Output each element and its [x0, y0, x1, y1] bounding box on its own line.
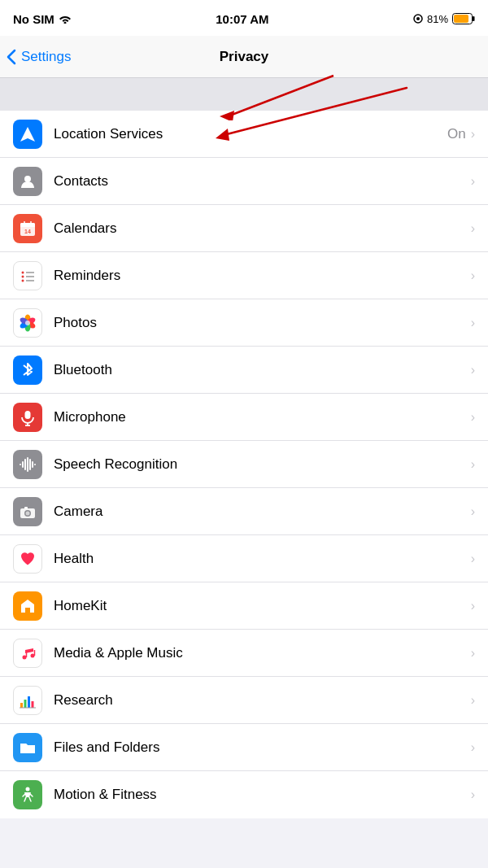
photos-icon [13, 308, 42, 338]
settings-list: Location Services On › Contacts › 14 Cal… [0, 111, 488, 818]
folder-icon [19, 739, 37, 757]
bluetooth-chevron: › [471, 363, 475, 377]
svg-marker-9 [20, 127, 35, 142]
research-chevron: › [471, 693, 475, 708]
battery-icon [452, 13, 475, 24]
svg-point-10 [24, 176, 31, 182]
list-item-location-services[interactable]: Location Services On › [0, 111, 488, 158]
svg-text:14: 14 [24, 229, 31, 234]
contacts-person-icon [18, 172, 37, 191]
svg-point-29 [25, 321, 30, 325]
homekit-icon [13, 591, 42, 621]
section-header [0, 78, 488, 111]
svg-point-18 [22, 275, 24, 277]
svg-point-17 [22, 271, 24, 273]
contacts-label: Contacts [54, 173, 471, 190]
list-item-microphone[interactable]: Microphone › [0, 394, 488, 441]
home-symbol-icon [19, 597, 37, 615]
motion-fitness-icon [13, 780, 42, 809]
microphone-chevron: › [471, 410, 475, 425]
camera-symbol-icon [19, 503, 37, 521]
list-item-media-apple-music[interactable]: Media & Apple Music › [0, 630, 488, 677]
contacts-icon [13, 167, 42, 196]
list-item-health[interactable]: Health › [0, 535, 488, 582]
list-item-photos[interactable]: Photos › [0, 299, 488, 347]
camera-chevron: › [471, 504, 475, 519]
research-icon [13, 686, 42, 715]
nav-bar: Settings Privacy [0, 36, 488, 78]
location-services-icon [13, 120, 42, 149]
list-item-calendars[interactable]: 14 Calendars › [0, 205, 488, 252]
music-note-icon [19, 644, 37, 662]
microphone-icon [13, 403, 42, 432]
status-left: No SIM [13, 12, 72, 26]
microphone-label: Microphone [54, 409, 471, 425]
media-apple-music-chevron: › [471, 646, 475, 661]
list-item-speech-recognition[interactable]: Speech Recognition › [0, 441, 488, 488]
media-apple-music-icon [13, 639, 42, 668]
location-arrow-icon [19, 125, 37, 143]
calendars-label: Calendars [54, 220, 471, 237]
reminders-label: Reminders [54, 268, 471, 284]
speech-recognition-chevron: › [471, 457, 475, 472]
svg-rect-50 [24, 700, 27, 708]
back-label: Settings [21, 49, 71, 65]
files-and-folders-icon [13, 733, 42, 762]
status-right: 81% [413, 13, 475, 25]
svg-point-54 [26, 787, 30, 792]
heart-icon [19, 550, 37, 568]
media-apple-music-label: Media & Apple Music [54, 645, 471, 661]
calendars-calendar-icon: 14 [19, 220, 37, 238]
svg-point-43 [26, 511, 30, 515]
speech-recognition-icon [13, 450, 42, 479]
status-time: 10:07 AM [216, 12, 268, 26]
reminders-chevron: › [471, 268, 475, 283]
reminders-icon [13, 261, 42, 290]
calendars-chevron: › [471, 221, 475, 236]
status-bar: No SIM 10:07 AM 81% [0, 0, 488, 36]
files-and-folders-chevron: › [471, 740, 475, 755]
microphone-symbol-icon [19, 408, 37, 426]
back-chevron-icon [7, 49, 16, 65]
location-services-label: Location Services [54, 126, 447, 142]
back-button[interactable]: Settings [7, 49, 71, 65]
svg-point-1 [416, 17, 420, 20]
speech-recognition-label: Speech Recognition [54, 456, 471, 473]
svg-rect-44 [24, 507, 28, 509]
svg-rect-30 [25, 411, 31, 419]
motion-fitness-label: Motion & Fitness [54, 787, 471, 803]
motion-fitness-chevron: › [471, 787, 475, 802]
list-item-contacts[interactable]: Contacts › [0, 158, 488, 205]
list-item-bluetooth[interactable]: Bluetooth › [0, 347, 488, 394]
health-label: Health [54, 551, 471, 567]
list-item-reminders[interactable]: Reminders › [0, 252, 488, 299]
list-item-camera[interactable]: Camera › [0, 488, 488, 535]
svg-rect-4 [454, 15, 468, 23]
reminders-list-icon [19, 267, 37, 285]
contacts-chevron: › [471, 174, 475, 189]
svg-rect-13 [20, 225, 35, 227]
list-item-files-and-folders[interactable]: Files and Folders › [0, 724, 488, 771]
photos-label: Photos [54, 315, 471, 331]
list-item-homekit[interactable]: HomeKit › [0, 582, 488, 630]
photos-pinwheel-icon [16, 312, 39, 334]
health-icon [13, 544, 42, 574]
wifi-icon [59, 14, 72, 24]
list-item-motion-fitness[interactable]: Motion & Fitness › [0, 771, 488, 818]
files-and-folders-label: Files and Folders [54, 739, 471, 756]
svg-rect-51 [28, 696, 30, 708]
page-title: Privacy [220, 49, 269, 65]
bluetooth-label: Bluetooth [54, 362, 471, 378]
svg-rect-49 [20, 703, 23, 708]
location-status-icon [413, 14, 423, 24]
carrier-label: No SIM [13, 12, 54, 26]
research-chart-icon [19, 691, 37, 709]
svg-point-19 [22, 279, 24, 281]
location-services-value: On [447, 126, 466, 142]
camera-label: Camera [54, 504, 471, 520]
svg-rect-3 [473, 16, 475, 21]
photos-chevron: › [471, 316, 475, 330]
list-item-research[interactable]: Research › [0, 677, 488, 724]
homekit-chevron: › [471, 599, 475, 613]
waveform-icon [19, 456, 37, 473]
